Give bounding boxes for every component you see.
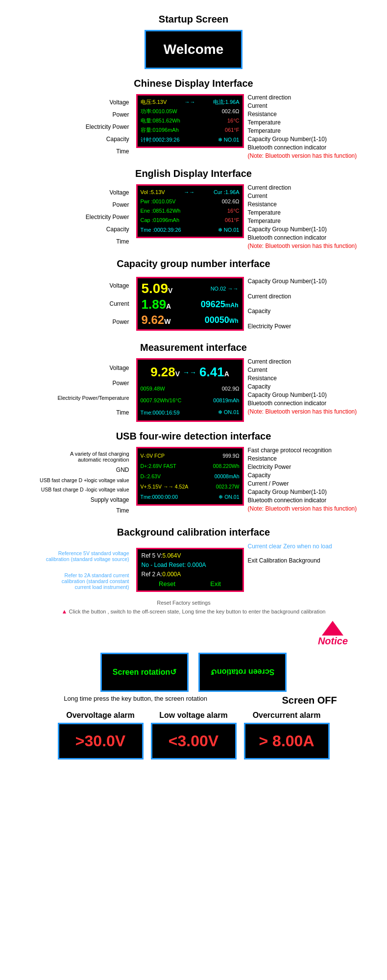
usb-r8: (Note: Bluetooth version has this functi… — [248, 505, 342, 512]
calib-ref5-val: 5.064V — [162, 552, 181, 559]
rotation-screen-flipped: Screen rotation↺ — [198, 653, 287, 692]
cap-label-power: Power — [112, 318, 132, 325]
usb-l3: USB fast charge D +logic voltage value — [40, 477, 132, 483]
eng-arrow: →→ — [184, 189, 194, 196]
cap-label-current: Current — [109, 300, 132, 307]
calib-right-labels: Current clear Zero when no load Exit Cal… — [244, 543, 342, 597]
cap-row1: 5.09V NO.02 →→ — [142, 281, 239, 296]
meas-resistance: 002.9Ω — [222, 386, 240, 392]
meas-row1: 9.28V →→ 6.41A — [141, 365, 240, 380]
usb-r3: Electricity Power — [248, 464, 342, 470]
cap-no: NO.02 →→ — [211, 286, 239, 292]
page: Startup Screen Welcome Chinese Display I… — [0, 0, 387, 772]
meas-r3: Resistance — [248, 375, 342, 382]
usb-left-labels: A variety of fast chargingautomatic reco… — [46, 447, 136, 518]
calib-layout: Reference 5V standard voltagecalibration… — [0, 543, 387, 597]
alarm-titles: Overvoltage alarm Low voltage alarm Over… — [0, 711, 387, 720]
chinese-label-cap: Capacity — [106, 136, 132, 143]
eng-r7: Bluetooth connection indicator — [248, 234, 342, 241]
usb-res: 999.9Ω — [222, 453, 239, 459]
calib-ref2: Ref 2 A: — [142, 571, 163, 578]
calib-reset-btn[interactable]: Reset — [159, 580, 175, 588]
eng-row3: Ene :0851.62Wh 16°C — [141, 207, 240, 215]
eng-power: Pwr :0010.05V — [141, 198, 176, 205]
calib-bottom-row: Reset Factory settings — [0, 600, 387, 606]
eng-r4: Temperature — [248, 209, 342, 216]
meas-row4: Tme:0000:16:59 ❄ ON.01 — [141, 409, 240, 416]
usb-d+: D+:2.69V FAST — [141, 463, 176, 469]
chinese-r1: Current direction — [248, 94, 342, 101]
usb-title: USB four-wire detection interface — [0, 431, 387, 442]
chinese-power: 功率:0010.05W — [141, 108, 177, 115]
low-voltage-title: Low voltage alarm — [151, 711, 237, 720]
usb-l6: Time — [116, 507, 132, 514]
chinese-current: 电流:1.96A — [213, 98, 240, 106]
rotation-caption: Long time press the key button, the scre… — [20, 695, 251, 706]
cap-group-left-labels: Voltage Current Power — [46, 274, 136, 333]
usb-v+: V+:5.15V →→ 4.52A — [141, 484, 189, 490]
meas-row2: 0059.48W 002.9Ω — [141, 386, 240, 392]
usb-wh: 008.220Wh — [213, 463, 240, 469]
cap-wh: 00050Wh — [205, 315, 239, 325]
chinese-energy: 电量:0851.62Wh — [141, 117, 180, 124]
chinese-row1: 电压:5.13V →→ 电流:1.96A — [141, 98, 240, 106]
chinese-label-time: Time — [116, 148, 132, 155]
cap-group-layout: Voltage Current Power 5.09V NO.02 →→ 1.8… — [0, 274, 387, 333]
overvoltage-title: Overvoltage alarm — [58, 711, 144, 720]
chinese-r7: Bluetooth connection indicator — [248, 144, 342, 151]
usb-right-labels: Fast charge protocol recognition Resista… — [244, 447, 342, 518]
chinese-left-labels: Voltage Power Electricity Power Capacity… — [46, 94, 136, 159]
eng-r1: Current direction — [248, 184, 342, 191]
usb-r6: Capacity Group Number(1-10) — [248, 489, 342, 495]
meas-energy: 0007.92Wh/16°C — [141, 397, 182, 403]
meas-layout: Voltage Power Electricity Power/Temperat… — [0, 358, 387, 422]
rotation-text-normal: Screen rotation↺ — [113, 667, 176, 677]
usb-row5: Tme:0000:00:00 ❄ ON.01 — [141, 494, 240, 500]
english-right-labels: Current direction Current Resistance Tem… — [244, 184, 342, 249]
overvoltage-text: >30.0V — [75, 732, 125, 750]
cap-row3: 9.62W 00050Wh — [142, 313, 239, 327]
usb-layout: A variety of fast chargingautomatic reco… — [0, 447, 387, 518]
cap-r2: Current direction — [248, 293, 342, 300]
meas-label-voltage: Voltage — [109, 365, 132, 371]
chinese-display-title: Chinese Display Interface — [0, 78, 387, 89]
english-display-layout: Voltage Power Electricity Power Capacity… — [0, 184, 387, 249]
eng-bt: ❄ NO.01 — [218, 226, 240, 234]
meas-bt: ❄ ON.01 — [218, 409, 240, 416]
usb-time: Tme:0000:00:00 — [141, 494, 178, 500]
calib-reset-label: Reset Factory settings — [157, 600, 210, 606]
overcurrent-title: Overcurrent alarm — [244, 711, 330, 720]
eng-current: Cur :1.96A — [214, 189, 240, 196]
chinese-display-screen: 电压:5.13V →→ 电流:1.96A 功率:0010.05W 002.6Ω … — [136, 94, 244, 148]
cap-group-screen: 5.09V NO.02 →→ 1.89A 09625mAh 9.62W 0005… — [136, 277, 244, 331]
meas-row3: 0007.92Wh/16°C 00819mAh — [141, 397, 240, 403]
chinese-r5: Temperature — [248, 127, 342, 134]
low-voltage-text: <3.00V — [169, 732, 218, 750]
meas-r7: (Note: Bluetooth version has this functi… — [248, 408, 342, 415]
overvoltage-screen: >30.0V — [58, 723, 144, 760]
usb-row4: V+:5.15V →→ 4.52A 0023.27W — [141, 484, 240, 490]
calib-l1: Reference 5V standard voltagecalibration… — [46, 550, 132, 562]
chinese-voltage: 电压:5.13V — [141, 98, 167, 106]
calib-row1: Ref 5 V:5.064V — [142, 552, 239, 559]
usb-screen: V-:0V FCP 999.9Ω D+:2.69V FAST 008.220Wh… — [136, 447, 244, 506]
meas-r2: Current — [248, 367, 342, 373]
eng-temp-c: 16°C — [227, 207, 240, 215]
low-voltage-screen: <3.00V — [151, 723, 237, 760]
eng-temp-f: 061°F — [225, 217, 239, 224]
chinese-right-labels: Current direction Current Resistance Tem… — [244, 94, 342, 159]
cap-r3: Capacity — [248, 308, 342, 315]
chinese-time: 计时:0002:39:26 — [141, 136, 180, 144]
rotation-captions: Long time press the key button, the scre… — [0, 695, 387, 706]
calib-screen: Ref 5 V:5.064V No - Load Reset: 0.000A R… — [136, 548, 244, 592]
meas-title: Measurement interface — [0, 342, 387, 353]
calib-ref5: Ref 5 V: — [142, 552, 163, 559]
chinese-row3: 电量:0851.62Wh 16°C — [141, 117, 240, 124]
usb-d-: D-:2.63V — [141, 473, 161, 479]
calib-exit-btn[interactable]: Exit — [210, 580, 221, 588]
chinese-row5: 计时:0002:39:26 ❄ NO.01 — [141, 136, 240, 144]
eng-label-elec: Electricity Power — [86, 214, 132, 220]
eng-r3: Resistance — [248, 201, 342, 208]
eng-row2: Pwr :0010.05V 002.6Ω — [141, 198, 240, 205]
chinese-row4: 容量:01096mAh 061°F — [141, 126, 240, 134]
